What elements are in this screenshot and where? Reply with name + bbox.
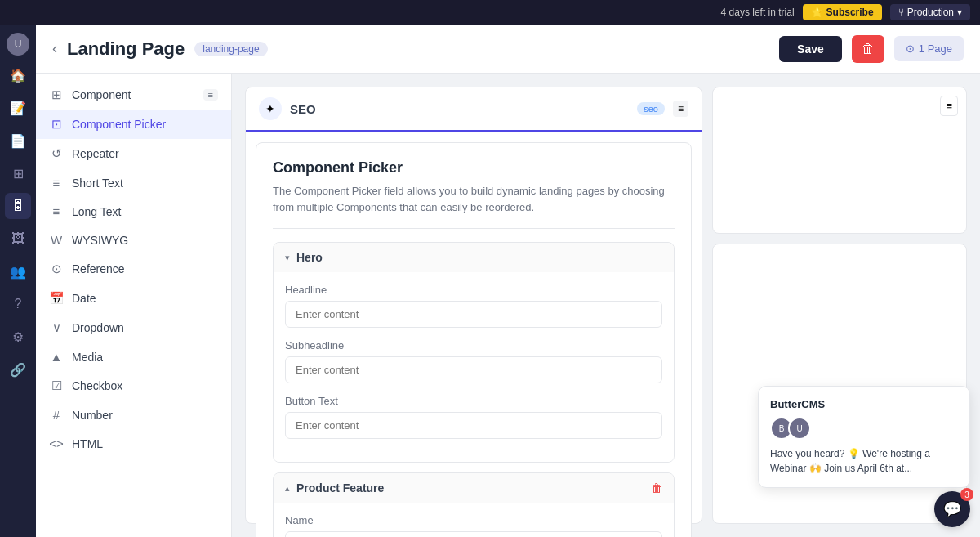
sidebar-item-long-text[interactable]: ≡ Long Text [36, 197, 231, 226]
sidebar-item-number[interactable]: # Number [36, 401, 231, 429]
number-icon: # [49, 408, 64, 422]
chat-sender: ButterCMS [770, 398, 958, 410]
panel-menu-button[interactable]: ≡ [940, 96, 958, 116]
field-sidebar: ⊞ Component ≡ ⊡ Component Picker ↺ Repea… [36, 74, 232, 537]
product-feature-name-field: Name [285, 514, 662, 537]
delete-button[interactable]: 🗑 [852, 35, 884, 63]
subscribe-button[interactable]: ⭐ Subscribe [803, 4, 882, 20]
date-icon: 📅 [49, 291, 64, 306]
product-feature-name-label: Name [285, 514, 662, 526]
chat-popup: ButterCMS B U Have you heard? 💡 We're ho… [758, 386, 970, 488]
save-button[interactable]: Save [779, 36, 842, 62]
long-text-icon: ≡ [49, 204, 64, 218]
hero-headline-label: Headline [285, 284, 662, 296]
sidebar-item-component[interactable]: ⊞ Component ≡ [36, 80, 231, 110]
nav-sidebar: U 🏠 📝 📄 ⊞ 🎛 🖼 👥 ? ⚙ 🔗 [0, 25, 36, 537]
hero-section-title: Hero [296, 251, 323, 264]
page-badge: landing-page [194, 42, 267, 56]
seo-icon: ✦ [259, 97, 282, 120]
back-button[interactable]: ‹ [52, 40, 57, 57]
seo-badge: seo [637, 102, 665, 115]
product-feature-section-header[interactable]: ▴ Product Feature 🗑 [274, 473, 674, 503]
component-badge: ≡ [203, 89, 218, 101]
chat-button[interactable]: 💬 3 [934, 491, 970, 527]
dropdown-icon: ∨ [49, 320, 64, 335]
wysiwyg-icon: W [49, 233, 64, 247]
seo-panel: ✦ SEO seo ≡ Component Picker The Compone… [245, 87, 702, 524]
sidebar-item-date[interactable]: 📅 Date [36, 284, 231, 313]
product-feature-section-title: Product Feature [296, 481, 384, 494]
sidebar-item-component-picker[interactable]: ⊡ Component Picker [36, 110, 231, 139]
seo-expand-button[interactable]: ≡ [673, 101, 688, 117]
page-header: ‹ Landing Page landing-page Save 🗑 ⊙ 1 P… [36, 25, 980, 74]
sidebar-item-dropdown[interactable]: ∨ Dropdown [36, 313, 231, 342]
component-icon: ⊞ [49, 87, 64, 102]
reference-icon: ⊙ [49, 262, 64, 276]
pages-button[interactable]: ⊙ 1 Page [894, 36, 964, 61]
component-picker-icon: ⊡ [49, 117, 64, 132]
branch-icon: ⑂ [898, 7, 904, 18]
avatar[interactable]: U [7, 33, 29, 56]
chat-avatars: B U [770, 417, 958, 440]
subscribe-icon: ⭐ [811, 7, 823, 18]
hero-subheadline-input[interactable] [285, 356, 662, 383]
hero-button-text-label: Button Text [285, 395, 662, 407]
sidebar-item-media[interactable]: ▲ Media [36, 342, 231, 371]
nav-integrations[interactable]: 🔗 [5, 356, 31, 383]
hero-button-text-input[interactable] [285, 412, 662, 439]
trial-text: 4 days left in trial [721, 7, 795, 18]
seo-title: SEO [290, 102, 316, 116]
nav-blog[interactable]: 📝 [5, 95, 31, 121]
hero-button-text-field: Button Text [285, 395, 662, 439]
sidebar-item-wysiwyg[interactable]: W WYSIWYG [36, 226, 231, 254]
product-feature-section-body: Name [274, 503, 674, 537]
cp-popup-desc: The Component Picker field allows you to… [273, 183, 675, 215]
nav-pages[interactable]: 📄 [5, 128, 31, 154]
cp-popup-title: Component Picker [273, 159, 675, 177]
hero-section-body: Headline Subheadline Button Text [274, 272, 674, 462]
checkbox-icon: ☑ [49, 378, 64, 393]
sidebar-item-repeater[interactable]: ↺ Repeater [36, 139, 231, 168]
html-icon: <> [49, 436, 64, 450]
hero-subheadline-field: Subheadline [285, 339, 662, 383]
nav-help[interactable]: ? [5, 291, 31, 317]
chat-avatar-2: U [788, 417, 811, 440]
page-title: Landing Page [67, 38, 185, 60]
nav-settings[interactable]: ⚙ [5, 324, 31, 350]
component-picker-popup: Component Picker The Component Picker fi… [256, 142, 692, 537]
sidebar-item-checkbox[interactable]: ☑ Checkbox [36, 371, 231, 401]
nav-users[interactable]: 👥 [5, 258, 31, 284]
hero-section: ▾ Hero Headline Subheadline [273, 242, 675, 463]
product-feature-collapse-arrow: ▴ [285, 483, 290, 494]
short-text-icon: ≡ [49, 176, 64, 190]
nav-grid[interactable]: ⊞ [5, 160, 31, 186]
chat-badge: 3 [960, 488, 973, 501]
circle-icon: ⊙ [906, 43, 915, 55]
hero-subheadline-label: Subheadline [285, 339, 662, 351]
top-bar: 4 days left in trial ⭐ Subscribe ⑂ Produ… [0, 0, 980, 25]
chevron-down-icon: ▾ [957, 7, 962, 18]
sidebar-item-html[interactable]: <> HTML [36, 429, 231, 458]
hero-headline-field: Headline [285, 284, 662, 328]
nav-media[interactable]: 🖼 [5, 226, 31, 252]
hero-section-header[interactable]: ▾ Hero [274, 243, 674, 272]
chat-message: Have you heard? 💡 We're hosting a Webina… [770, 446, 958, 476]
seo-header: ✦ SEO seo ≡ [246, 87, 702, 132]
product-feature-section: ▴ Product Feature 🗑 Name [273, 472, 675, 537]
right-top-panel: ≡ [712, 87, 967, 234]
production-button[interactable]: ⑂ Production ▾ [890, 4, 970, 20]
nav-content[interactable]: 🎛 [5, 193, 31, 219]
repeater-icon: ↺ [49, 146, 64, 161]
sidebar-item-reference[interactable]: ⊙ Reference [36, 254, 231, 284]
sidebar-item-short-text[interactable]: ≡ Short Text [36, 168, 231, 197]
product-feature-name-input[interactable] [285, 531, 662, 537]
media-icon: ▲ [49, 350, 64, 364]
nav-home[interactable]: 🏠 [5, 62, 31, 88]
product-feature-delete-button[interactable]: 🗑 [651, 481, 662, 494]
hero-collapse-arrow: ▾ [285, 253, 290, 263]
cp-divider [273, 228, 675, 229]
hero-headline-input[interactable] [285, 301, 662, 328]
